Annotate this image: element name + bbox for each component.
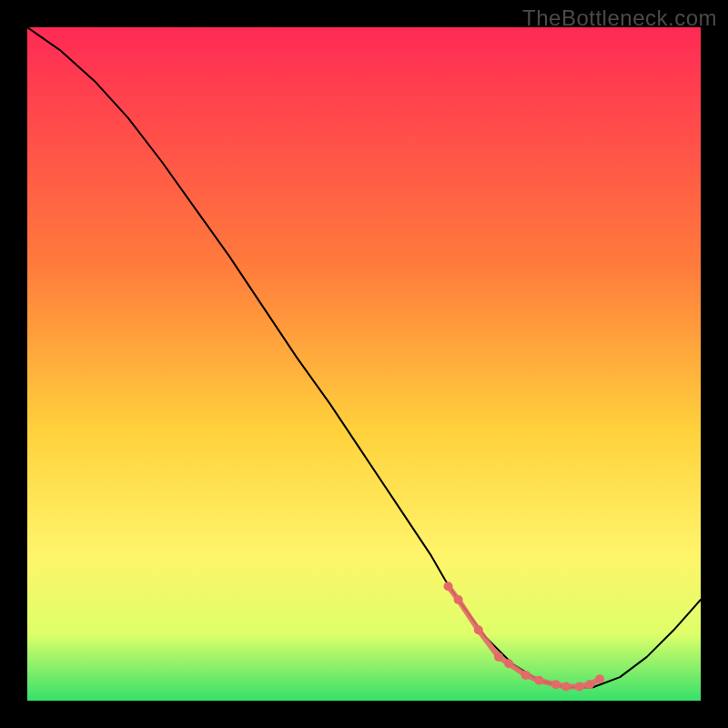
svg-point-18	[551, 680, 561, 689]
svg-point-21	[585, 680, 594, 689]
svg-point-11	[444, 581, 453, 591]
svg-point-13	[474, 625, 483, 634]
watermark-label: TheBottleneck.com	[522, 5, 717, 31]
svg-point-19	[561, 682, 571, 691]
plot-area	[27, 27, 701, 701]
svg-point-15	[504, 659, 513, 668]
svg-point-22	[595, 674, 604, 683]
gradient-background	[27, 27, 701, 701]
chart-svg	[27, 27, 701, 701]
chart-stage: TheBottleneck.com	[0, 0, 728, 728]
svg-point-16	[521, 671, 531, 680]
svg-point-14	[494, 652, 503, 662]
svg-point-12	[454, 595, 463, 604]
svg-point-17	[534, 676, 543, 685]
svg-point-20	[575, 682, 584, 691]
